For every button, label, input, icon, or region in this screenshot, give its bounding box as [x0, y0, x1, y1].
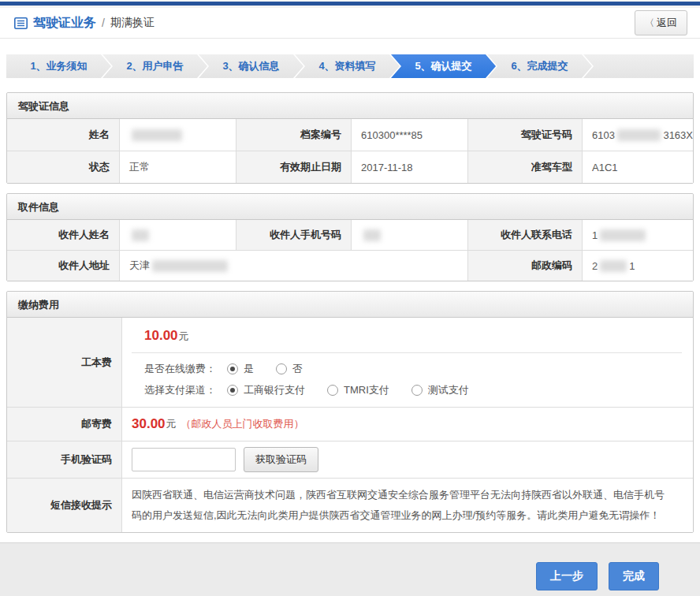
steps-filler	[583, 54, 694, 78]
redacted-recipient-mobile	[363, 229, 381, 241]
step-6-finish-submit[interactable]: 6、完成提交	[487, 54, 592, 78]
back-label: 返回	[657, 16, 677, 30]
redacted-recipient-name	[132, 229, 149, 241]
recipient-mobile-label: 收件人手机号码	[236, 220, 351, 250]
license-no-suffix: 3163X	[663, 129, 693, 141]
sms-tip-label: 短信接收提示	[7, 479, 121, 532]
step-2-declaration[interactable]: 2、用户申告	[102, 54, 207, 78]
page-header: 驾驶证业务 / 期满换证 〈 返回	[0, 8, 700, 39]
recipient-mobile-value	[351, 220, 467, 250]
license-no-prefix: 6103	[592, 129, 615, 141]
recipient-phone-label: 收件人联系电话	[467, 220, 582, 250]
radio-channel-icbc[interactable]: 工商银行支付	[227, 383, 305, 397]
license-no-label: 驾驶证号码	[467, 119, 582, 151]
postcode-suffix: 1	[629, 260, 635, 272]
radio-online-no[interactable]: 否	[276, 362, 303, 376]
pay-channel-line: 选择支付渠道： 工商银行支付 TMRI支付 测试支付	[144, 383, 693, 397]
status-label: 状态	[7, 151, 119, 183]
postage-value: 30.00元 （邮政人员上门收取费用）	[121, 408, 693, 441]
license-no-value: 61033163X	[582, 119, 693, 151]
postage-amount: 30.00	[132, 416, 166, 432]
progress-steps: 1、业务须知 2、用户申告 3、确认信息 4、资料填写 5、确认提交 6、完成提…	[6, 54, 694, 78]
status-value: 正常	[119, 151, 236, 183]
finish-button[interactable]: 完成	[609, 562, 659, 590]
fee-label: 工本费	[7, 318, 121, 407]
radio-channel-icbc-label: 工商银行支付	[244, 383, 305, 397]
step-3-confirm-info[interactable]: 3、确认信息	[199, 54, 303, 78]
license-business-icon	[14, 17, 28, 30]
redacted-name	[132, 129, 182, 141]
name-label: 姓名	[7, 119, 119, 151]
license-renewal-page: 驾驶证业务 / 期满换证 〈 返回 1、业务须知 2、用户申告 3、确认信息 4…	[0, 0, 700, 596]
captcha-content: 获取验证码	[121, 441, 693, 478]
redacted-recipient-address	[152, 260, 228, 272]
header-breadcrumb: 驾驶证业务 / 期满换证	[14, 15, 155, 32]
vehicle-class-value: A1C1	[582, 151, 693, 183]
online-pay-caption: 是否在线缴费：	[144, 362, 216, 376]
breadcrumb-separator: /	[102, 17, 105, 29]
radio-channel-tmri-label: TMRI支付	[344, 383, 389, 397]
name-value	[119, 119, 236, 151]
captcha-input[interactable]	[132, 448, 236, 471]
sms-tip-text: 因陕西省联通、电信运营商技术问题，陕西省互联网交通安全综合服务管理平台无法向持陕…	[121, 479, 693, 532]
breadcrumb-current: 期满换证	[110, 16, 155, 30]
radio-selected-icon	[227, 363, 238, 374]
radio-selected-icon	[227, 385, 238, 396]
step-1-notice[interactable]: 1、业务须知	[6, 54, 111, 78]
redacted-license-no	[617, 129, 661, 141]
recipient-phone-prefix: 1	[592, 229, 598, 241]
sms-row: 短信接收提示 因陕西省联通、电信运营商技术问题，陕西省互联网交通安全综合服务管理…	[7, 478, 693, 532]
table-row: 收件人地址 天津 邮政编码 21	[7, 250, 693, 281]
prev-step-button[interactable]: 上一步	[536, 562, 598, 590]
get-captcha-button[interactable]: 获取验证码	[244, 447, 318, 472]
radio-unselected-icon	[276, 363, 287, 374]
recipient-phone-value: 1	[582, 220, 693, 250]
page-title: 驾驶证业务	[33, 15, 96, 32]
recipient-address-prefix: 天津	[129, 259, 150, 273]
table-row: 收件人姓名 收件人手机号码 收件人联系电话 1	[7, 220, 693, 250]
pickup-info-title: 取件信息	[7, 194, 693, 220]
license-info-title: 驾驶证信息	[7, 93, 693, 119]
license-info-section: 驾驶证信息 姓名 档案编号 610300****85 驾驶证号码 6103316…	[6, 92, 694, 184]
radio-online-yes-label: 是	[244, 362, 254, 376]
recipient-name-label: 收件人姓名	[7, 220, 119, 250]
radio-unselected-icon	[327, 385, 338, 396]
postcode-label: 邮政编码	[467, 251, 582, 281]
radio-online-yes[interactable]: 是	[227, 362, 254, 376]
radio-online-no-label: 否	[292, 362, 303, 376]
fee-row: 工本费 10.00元 是否在线缴费： 是 否 选择支付渠道： 工商银行支付 TM…	[7, 318, 693, 407]
postage-label: 邮寄费	[7, 408, 121, 441]
archive-no-value: 610300****85	[351, 119, 467, 151]
footer-bar: 上一步 完成	[0, 542, 700, 596]
fee-unit: 元	[179, 330, 189, 342]
step-5-confirm-submit[interactable]: 5、确认提交	[391, 54, 496, 78]
payment-section: 缴纳费用 工本费 10.00元 是否在线缴费： 是 否 选择支付渠道： 工商银行…	[6, 291, 694, 533]
recipient-name-value	[119, 220, 236, 250]
postage-row: 邮寄费 30.00元 （邮政人员上门收取费用）	[7, 407, 693, 441]
radio-channel-test-label: 测试支付	[428, 383, 469, 397]
online-pay-line: 是否在线缴费： 是 否	[144, 362, 693, 376]
captcha-label: 手机验证码	[7, 441, 121, 478]
archive-no-label: 档案编号	[236, 119, 351, 151]
radio-channel-tmri[interactable]: TMRI支付	[327, 383, 389, 397]
fee-amount-line: 10.00元	[132, 318, 682, 353]
fee-amount: 10.00	[144, 328, 178, 343]
fee-content: 10.00元 是否在线缴费： 是 否 选择支付渠道： 工商银行支付 TMRI支付…	[121, 318, 693, 407]
back-chevron-icon: 〈	[645, 17, 654, 30]
table-row: 姓名 档案编号 610300****85 驾驶证号码 61033163X	[7, 119, 693, 151]
postage-note: （邮政人员上门收取费用）	[181, 417, 304, 431]
recipient-address-value: 天津	[119, 251, 467, 281]
radio-channel-test[interactable]: 测试支付	[411, 383, 469, 397]
expiry-label: 有效期止日期	[236, 151, 351, 183]
postcode-value: 21	[582, 251, 693, 281]
pickup-info-section: 取件信息 收件人姓名 收件人手机号码 收件人联系电话 1 收件人地址 天津 邮政…	[6, 193, 694, 281]
table-row: 状态 正常 有效期止日期 2017-11-18 准驾车型 A1C1	[7, 151, 693, 183]
pay-channel-caption: 选择支付渠道：	[144, 383, 216, 397]
recipient-address-label: 收件人地址	[7, 251, 119, 281]
postcode-prefix: 2	[592, 260, 598, 272]
postage-unit: 元	[166, 417, 177, 431]
step-4-fill-data[interactable]: 4、资料填写	[295, 54, 400, 78]
back-button[interactable]: 〈 返回	[635, 10, 687, 35]
captcha-row: 手机验证码 获取验证码	[7, 441, 693, 478]
redacted-postcode	[600, 260, 627, 272]
